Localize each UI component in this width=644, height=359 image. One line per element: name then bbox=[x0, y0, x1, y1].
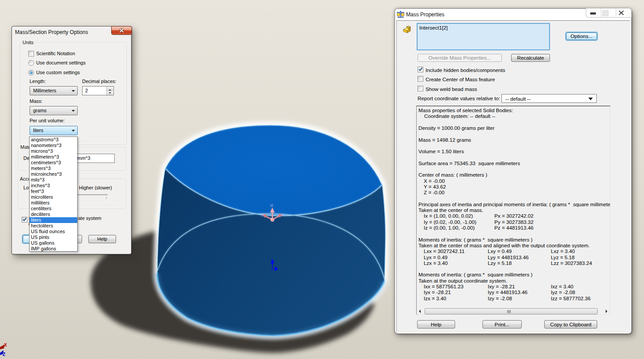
svg-text:Ix: Ix bbox=[281, 212, 285, 217]
svg-text:Iy: Iy bbox=[261, 212, 264, 217]
svg-text:X: X bbox=[4, 343, 7, 348]
svg-text:Z: Z bbox=[3, 352, 5, 357]
svg-text:Iz: Iz bbox=[270, 203, 274, 208]
